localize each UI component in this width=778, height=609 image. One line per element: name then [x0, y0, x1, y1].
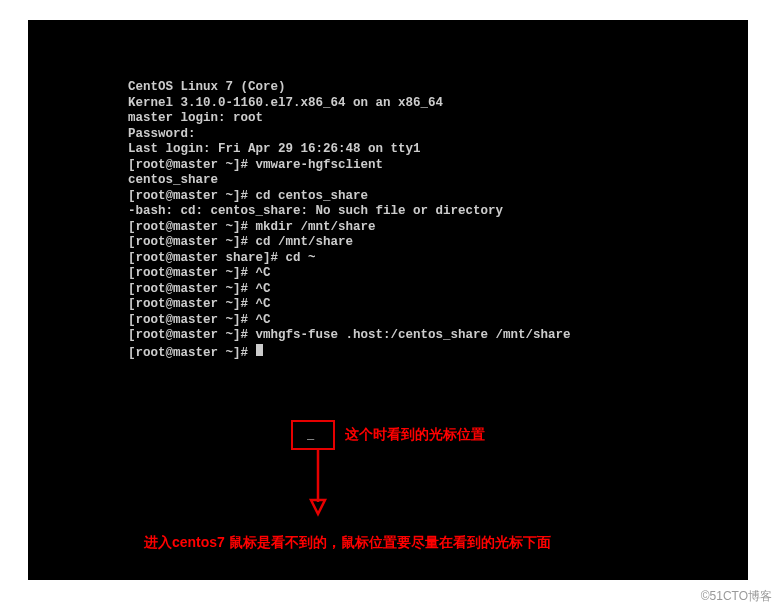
terminal-line: [root@master ~]# vmhgfs-fuse .host:/cent… — [128, 328, 748, 344]
terminal-line: master login: root — [128, 111, 748, 127]
annotation-bottom-note: 进入centos7 鼠标是看不到的，鼠标位置要尽量在看到的光标下面 — [144, 534, 551, 552]
terminal-line: [root@master ~]# ^C — [128, 282, 748, 298]
terminal-line: Kernel 3.10.0-1160.el7.x86_64 on an x86_… — [128, 96, 748, 112]
terminal-line: [root@master ~]# ^C — [128, 313, 748, 329]
terminal-line: Password: — [128, 127, 748, 143]
terminal-line: [root@master ~]# cd /mnt/share — [128, 235, 748, 251]
terminal-line: -bash: cd: centos_share: No such file or… — [128, 204, 748, 220]
terminal-line: [root@master share]# cd ~ — [128, 251, 748, 267]
watermark: ©51CTO博客 — [701, 588, 772, 605]
terminal-line: [root@master ~]# cd centos_share — [128, 189, 748, 205]
terminal-line: [root@master ~]# vmware-hgfsclient — [128, 158, 748, 174]
terminal-line: [root@master ~]# ^C — [128, 266, 748, 282]
cursor-underscore: _ — [307, 428, 314, 442]
terminal-line: Last login: Fri Apr 29 16:26:48 on tty1 — [128, 142, 748, 158]
terminal-line: centos_share — [128, 173, 748, 189]
terminal-screen[interactable]: CentOS Linux 7 (Core) Kernel 3.10.0-1160… — [28, 20, 748, 580]
terminal-line: [root@master ~]# mkdir /mnt/share — [128, 220, 748, 236]
terminal-cursor — [256, 344, 263, 356]
terminal-line: [root@master ~]# ^C — [128, 297, 748, 313]
terminal-line: CentOS Linux 7 (Core) — [128, 80, 748, 96]
annotation-cursor-label: 这个时看到的光标位置 — [345, 426, 485, 444]
terminal-line: [root@master ~]# — [128, 344, 748, 362]
